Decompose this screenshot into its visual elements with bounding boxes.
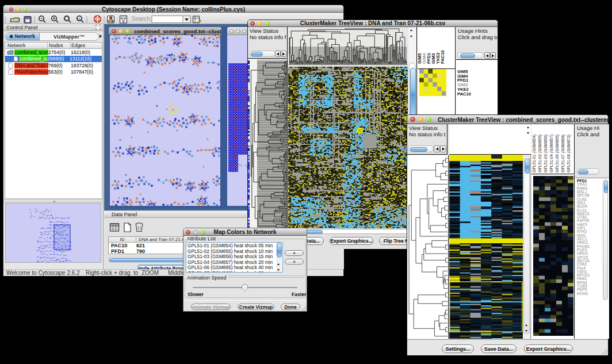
svg-text:1:1: 1:1 (77, 18, 81, 21)
svg-text:Search:: Search: (132, 16, 151, 22)
